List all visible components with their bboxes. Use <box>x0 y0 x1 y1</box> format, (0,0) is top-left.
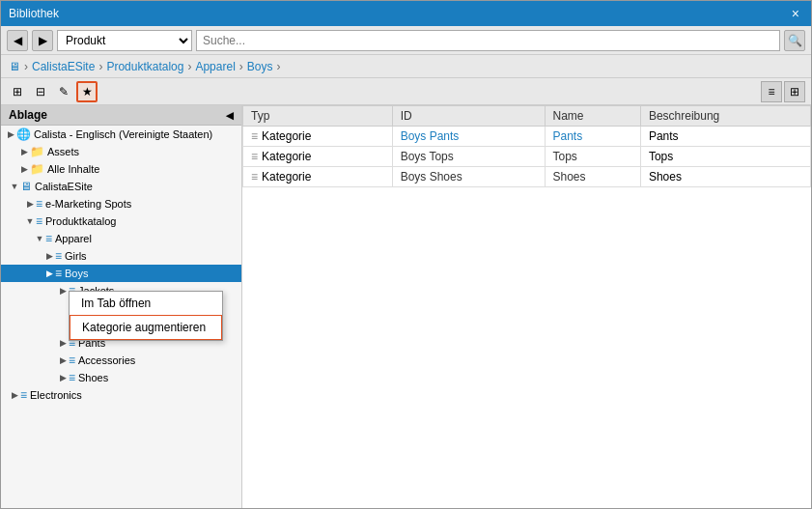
sidebar-item-label: Assets <box>47 146 79 157</box>
forward-button[interactable]: ▶ <box>32 30 53 51</box>
toolbar-remove-btn[interactable]: ⊟ <box>30 81 51 102</box>
expand-icon: ▼ <box>24 215 36 227</box>
row-icon: ≡ <box>251 129 258 143</box>
col-typ: Typ <box>243 106 393 127</box>
cell-id: Boys Shoes <box>392 167 545 187</box>
sidebar-item-label: CalistaESite <box>35 181 93 192</box>
sidebar-collapse-icon[interactable]: ◀ <box>226 110 234 121</box>
content-area: Typ ID Name Beschreibung ≡Kategorie Boys… <box>242 105 811 508</box>
sidebar-item-label: Boys <box>65 268 88 279</box>
table-row[interactable]: ≡Kategorie Boys Pants Pants Pants <box>243 127 811 147</box>
sidebar-item-label: Shoes <box>78 372 108 383</box>
list-icon: ≡ <box>36 197 42 211</box>
close-button[interactable]: × <box>788 6 803 21</box>
sidebar-item-girls[interactable]: ▶ ≡ Girls <box>1 247 241 265</box>
cell-beschreibung: Tops <box>640 147 810 167</box>
monitor-icon: 🖥 <box>20 180 32 193</box>
list-view-button[interactable]: ≡ <box>761 81 782 102</box>
table-row[interactable]: ≡Kategorie Boys Shoes Shoes Shoes <box>243 167 811 187</box>
sidebar-item-label: Apparel <box>55 233 92 244</box>
action-toolbar-left: ⊞ ⊟ ✎ ★ <box>7 81 98 102</box>
grid-icon: ⊞ <box>13 85 22 99</box>
breadcrumb-calistaEsite[interactable]: CalistaESite <box>32 60 95 73</box>
sidebar: Ablage ◀ ▶ 🌐 Calista - Englisch (Vereini… <box>1 105 242 508</box>
search-input[interactable] <box>196 30 780 51</box>
cell-name: Tops <box>545 147 640 167</box>
product-dropdown[interactable]: Produkt <box>57 30 192 51</box>
list-view-icon: ≡ <box>768 85 774 99</box>
sidebar-header-label: Ablage <box>9 108 47 122</box>
star-icon: ★ <box>82 85 93 99</box>
expand-icon: ▶ <box>57 285 69 297</box>
sidebar-item-apparel[interactable]: ▼ ≡ Apparel <box>1 230 241 247</box>
list-icon: ≡ <box>55 267 62 280</box>
data-table: Typ ID Name Beschreibung ≡Kategorie Boys… <box>242 105 811 187</box>
breadcrumb-sep4: › <box>239 60 243 73</box>
forward-icon: ▶ <box>39 34 47 47</box>
breadcrumb-sep2: › <box>98 60 102 73</box>
sidebar-item-assets[interactable]: ▶ 📁 Assets <box>1 143 241 160</box>
sidebar-item-alle-inhalte[interactable]: ▶ 📁 Alle Inhalte <box>1 160 241 178</box>
remove-icon: ⊟ <box>36 85 45 99</box>
list-icon: ≡ <box>36 214 42 228</box>
expand-icon: ▶ <box>57 337 69 349</box>
sidebar-item-calista-root[interactable]: ▶ 🌐 Calista - Englisch (Vereinigte Staat… <box>1 126 241 143</box>
list-icon: ≡ <box>45 232 52 245</box>
expand-icon: ▼ <box>9 181 20 192</box>
view-toggle: ≡ ⊞ <box>761 81 805 102</box>
sidebar-item-accessories[interactable]: ▶ ≡ Accessories <box>1 352 241 369</box>
toolbar-edit-btn[interactable]: ✎ <box>53 81 74 102</box>
title-bar: Bibliothek × <box>1 1 811 26</box>
sidebar-item-label: Accessories <box>78 354 135 366</box>
sidebar-item-label: Alle Inhalte <box>47 163 99 175</box>
sidebar-item-label: e-Marketing Spots <box>45 198 131 210</box>
toolbar-grid-btn[interactable]: ⊞ <box>7 81 28 102</box>
context-menu-item-augment-category[interactable]: Kategorie augmentieren <box>70 315 222 340</box>
expand-icon: ▶ <box>43 268 55 279</box>
sidebar-header: Ablage ◀ <box>1 105 241 126</box>
row-icon: ≡ <box>251 150 258 163</box>
expand-icon: ▶ <box>57 372 69 383</box>
table-row[interactable]: ≡Kategorie Boys Tops Tops Tops <box>243 147 811 167</box>
context-menu-label: Im Tab öffnen <box>81 297 151 310</box>
sidebar-item-shoes[interactable]: ▶ ≡ Shoes <box>1 369 241 386</box>
sidebar-item-label: Girls <box>65 250 87 262</box>
sidebar-item-label: Produktkatalog <box>45 215 116 227</box>
list-icon: ≡ <box>55 249 62 263</box>
cell-id[interactable]: Boys Pants <box>392 127 545 147</box>
main-area: Ablage ◀ ▶ 🌐 Calista - Englisch (Vereini… <box>1 105 811 508</box>
breadcrumb-produktkatalog[interactable]: Produktkatalog <box>106 60 183 73</box>
breadcrumb-apparel[interactable]: Apparel <box>195 60 235 73</box>
expand-icon: ▶ <box>43 250 55 262</box>
cell-name[interactable]: Pants <box>545 127 640 147</box>
expand-icon: ▶ <box>18 163 30 175</box>
list-icon: ≡ <box>69 371 75 384</box>
breadcrumb-sep3: › <box>187 60 191 73</box>
expand-icon: ▼ <box>34 233 45 244</box>
back-button[interactable]: ◀ <box>7 30 28 51</box>
sidebar-item-label: Electronics <box>30 389 82 401</box>
search-button[interactable]: 🔍 <box>784 30 805 51</box>
breadcrumb-boys[interactable]: Boys <box>247 60 273 73</box>
folder-icon: 📁 <box>30 145 44 158</box>
expand-icon: ▶ <box>5 128 16 140</box>
sidebar-item-calistaEsite[interactable]: ▼ 🖥 CalistaESite <box>1 178 241 195</box>
sidebar-item-electronics[interactable]: ▶ ≡ Electronics <box>1 386 241 404</box>
grid-view-button[interactable]: ⊞ <box>784 81 805 102</box>
globe-icon: 🌐 <box>16 127 31 141</box>
breadcrumb-sep: › <box>24 60 28 73</box>
sidebar-item-produktkatalog[interactable]: ▼ ≡ Produktkatalog <box>1 212 241 230</box>
sidebar-item-boys[interactable]: ▶ ≡ Boys <box>1 265 241 282</box>
expand-icon: ▶ <box>57 354 69 366</box>
search-icon: 🔍 <box>788 34 802 47</box>
sidebar-item-emarketing[interactable]: ▶ ≡ e-Marketing Spots <box>1 195 241 212</box>
row-icon: ≡ <box>251 170 258 184</box>
cell-name: Shoes <box>545 167 640 187</box>
cell-beschreibung: Shoes <box>640 167 810 187</box>
cell-typ: ≡Kategorie <box>243 147 393 167</box>
cell-id: Boys Tops <box>392 147 545 167</box>
cell-typ: ≡Kategorie <box>243 167 393 187</box>
toolbar-star-btn[interactable]: ★ <box>76 81 98 102</box>
context-menu-item-open-tab[interactable]: Im Tab öffnen <box>70 292 222 315</box>
col-beschreibung: Beschreibung <box>640 106 810 127</box>
